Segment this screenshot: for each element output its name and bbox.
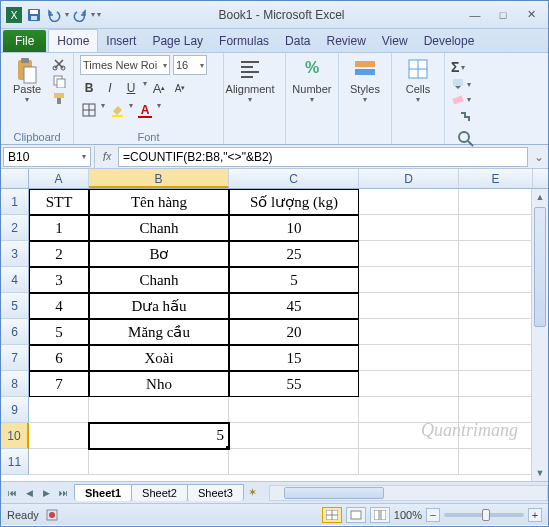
alignment-button[interactable]: Alignment ▾ [230, 55, 270, 106]
find-select-icon[interactable] [457, 130, 485, 148]
row-header[interactable]: 4 [1, 267, 29, 293]
cell[interactable] [359, 189, 459, 215]
fill-dropdown-icon[interactable]: ▾ [129, 101, 133, 119]
cell[interactable]: 45 [229, 293, 359, 319]
cell[interactable]: 15 [229, 345, 359, 371]
cell[interactable]: Nho [89, 371, 229, 397]
italic-button[interactable]: I [101, 79, 119, 97]
zoom-in-button[interactable]: + [528, 508, 542, 522]
sheet-nav-next-icon[interactable]: ▶ [38, 485, 54, 501]
cell[interactable]: 3 [29, 267, 89, 293]
redo-icon[interactable] [71, 6, 89, 24]
tab-developer[interactable]: Develope [416, 30, 483, 52]
borders-button[interactable] [80, 101, 98, 119]
cell[interactable]: 2 [29, 241, 89, 267]
minimize-button[interactable]: — [462, 6, 488, 24]
cut-icon[interactable] [51, 57, 67, 71]
undo-icon[interactable] [45, 6, 63, 24]
bold-button[interactable]: B [80, 79, 98, 97]
tab-data[interactable]: Data [277, 30, 318, 52]
cell[interactable]: Số lượng (kg) [229, 189, 359, 215]
cell[interactable] [359, 345, 459, 371]
row-header[interactable]: 10 [1, 423, 29, 449]
cell[interactable] [359, 215, 459, 241]
cell[interactable]: 55 [229, 371, 359, 397]
scroll-thumb[interactable] [284, 487, 384, 499]
sheet-nav-prev-icon[interactable]: ◀ [21, 485, 37, 501]
column-header[interactable]: E [459, 169, 533, 188]
tab-page-layout[interactable]: Page Lay [144, 30, 211, 52]
name-box[interactable]: B10 ▾ [3, 147, 91, 167]
cell[interactable] [29, 397, 89, 423]
cell[interactable] [459, 397, 533, 423]
number-button[interactable]: % Number ▾ [292, 55, 332, 106]
cell[interactable] [229, 449, 359, 475]
cell[interactable]: STT [29, 189, 89, 215]
cell[interactable] [459, 267, 533, 293]
font-name-select[interactable]: Times New Roi▾ [80, 55, 170, 75]
cell[interactable] [229, 423, 359, 449]
redo-dropdown-icon[interactable]: ▾ [91, 10, 95, 19]
cell[interactable]: 10 [229, 215, 359, 241]
row-header[interactable]: 6 [1, 319, 29, 345]
cell[interactable]: 5 [29, 319, 89, 345]
cell[interactable]: Chanh [89, 215, 229, 241]
cells-button[interactable]: Cells ▾ [398, 55, 438, 106]
font-color-dropdown-icon[interactable]: ▾ [157, 101, 161, 119]
cell[interactable] [359, 267, 459, 293]
cell[interactable]: Dưa hấu [89, 293, 229, 319]
scroll-up-icon[interactable]: ▲ [532, 189, 548, 205]
page-layout-view-button[interactable] [346, 507, 366, 523]
normal-view-button[interactable] [322, 507, 342, 523]
scroll-down-icon[interactable]: ▼ [532, 465, 548, 481]
cell[interactable] [459, 293, 533, 319]
zoom-slider[interactable] [444, 513, 524, 517]
cell[interactable]: Măng cầu [89, 319, 229, 345]
cell[interactable] [359, 319, 459, 345]
vertical-scrollbar[interactable]: ▲ ▼ [531, 189, 548, 481]
tab-formulas[interactable]: Formulas [211, 30, 277, 52]
font-color-button[interactable]: A [136, 101, 154, 119]
clear-button[interactable]: ▾ [451, 93, 485, 105]
fill-color-button[interactable] [108, 101, 126, 119]
borders-dropdown-icon[interactable]: ▾ [101, 101, 105, 119]
fx-button[interactable]: fx [96, 147, 118, 167]
cell[interactable] [459, 449, 533, 475]
row-header[interactable]: 5 [1, 293, 29, 319]
cell[interactable] [459, 423, 533, 449]
sheet-nav-last-icon[interactable]: ⏭ [55, 485, 71, 501]
cell[interactable] [459, 319, 533, 345]
tab-insert[interactable]: Insert [98, 30, 144, 52]
column-header[interactable]: B [89, 169, 229, 188]
zoom-level[interactable]: 100% [394, 509, 422, 521]
cell[interactable] [359, 293, 459, 319]
cell[interactable]: 5 [229, 267, 359, 293]
sheet-tab-2[interactable]: Sheet2 [131, 484, 188, 501]
scroll-thumb[interactable] [534, 207, 546, 327]
paste-button[interactable]: Paste ▾ [7, 55, 47, 106]
cell[interactable]: 4 [29, 293, 89, 319]
cell[interactable]: Chanh [89, 267, 229, 293]
cell[interactable]: 1 [29, 215, 89, 241]
autosum-button[interactable]: Σ▾ [451, 59, 485, 75]
paste-dropdown-icon[interactable]: ▾ [25, 95, 29, 104]
cell[interactable] [359, 449, 459, 475]
sheet-tab-1[interactable]: Sheet1 [74, 484, 132, 501]
row-header[interactable]: 3 [1, 241, 29, 267]
cell[interactable] [459, 215, 533, 241]
cell[interactable] [229, 397, 359, 423]
macro-record-icon[interactable] [45, 508, 59, 522]
fill-button[interactable]: ▾ [451, 78, 485, 90]
formula-bar[interactable]: =COUNTIF(B2:B8,"<>"&B2) [118, 147, 528, 167]
cell[interactable] [459, 189, 533, 215]
zoom-out-button[interactable]: − [426, 508, 440, 522]
row-header[interactable]: 2 [1, 215, 29, 241]
cell[interactable]: 7 [29, 371, 89, 397]
copy-icon[interactable] [51, 74, 67, 88]
sort-filter-icon[interactable] [457, 109, 485, 127]
row-header[interactable]: 7 [1, 345, 29, 371]
cell[interactable] [359, 241, 459, 267]
font-size-select[interactable]: 16▾ [173, 55, 207, 75]
cell[interactable] [29, 423, 89, 449]
maximize-button[interactable]: □ [490, 6, 516, 24]
